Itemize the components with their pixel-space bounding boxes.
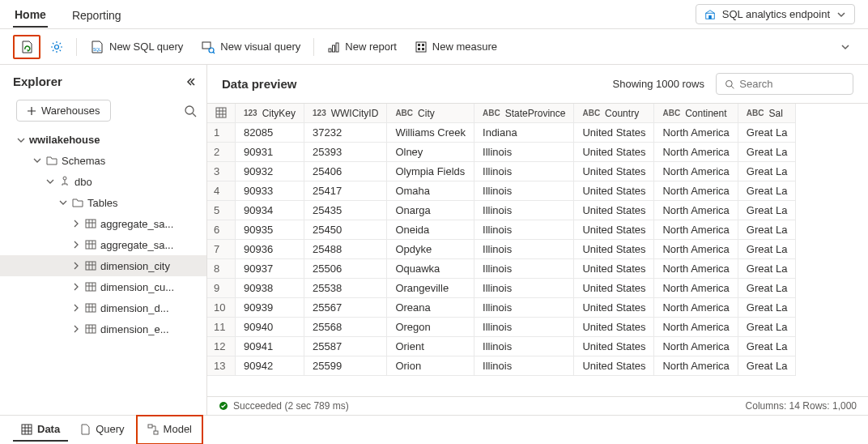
cell[interactable]: 90938 [236,278,304,297]
cell[interactable]: North America [654,220,738,239]
cell[interactable]: 25567 [304,297,387,317]
cell[interactable]: 90940 [236,317,304,336]
cell[interactable]: Oneida [387,220,474,239]
add-warehouse-button[interactable]: Warehouses [16,100,111,122]
new-sql-query-button[interactable]: SQL New SQL query [82,35,191,59]
cell[interactable]: North America [654,239,738,258]
cell[interactable]: Orion [387,356,474,375]
cell[interactable]: United States [574,200,654,220]
cell[interactable]: Great La [738,239,796,258]
cell[interactable]: 25435 [304,200,387,220]
cell[interactable]: Olney [387,142,474,161]
cell[interactable]: 90939 [236,297,304,317]
cell[interactable]: North America [654,181,738,200]
cell[interactable]: North America [654,356,738,375]
table-row[interactable]: 139094225599OrionIllinoisUnited StatesNo… [207,356,796,375]
cell[interactable]: Illinois [474,317,574,336]
column-header[interactable]: ABCSal [738,104,796,122]
new-measure-button[interactable]: New measure [406,36,505,58]
table-row[interactable]: 18208537232Williams CreekIndianaUnited S… [207,122,796,142]
cell[interactable]: North America [654,258,738,278]
cell[interactable]: United States [574,122,654,142]
cell[interactable]: 25568 [304,317,387,336]
cell[interactable]: United States [574,258,654,278]
cell[interactable]: Great La [738,258,796,278]
tree-table-item[interactable]: dimension_city [0,255,206,276]
cell[interactable]: Illinois [474,239,574,258]
cell[interactable]: 25538 [304,278,387,297]
cell[interactable]: United States [574,356,654,375]
data-grid[interactable]: 123CityKey123WWICityIDABCCityABCStatePro… [207,103,868,396]
cell[interactable]: 25406 [304,161,387,181]
refresh-button[interactable] [18,38,36,56]
cell[interactable]: United States [574,142,654,161]
cell[interactable]: North America [654,161,738,181]
cell[interactable]: Illinois [474,258,574,278]
cell[interactable]: United States [574,297,654,317]
cell[interactable]: Orangeville [387,278,474,297]
table-row[interactable]: 29093125393OlneyIllinoisUnited StatesNor… [207,142,796,161]
table-row[interactable]: 69093525450OneidaIllinoisUnited StatesNo… [207,220,796,239]
cell[interactable]: Great La [738,297,796,317]
cell[interactable]: Orient [387,336,474,356]
cell[interactable]: 25488 [304,239,387,258]
bottom-tab-data[interactable]: Data [13,418,68,442]
table-row[interactable]: 119094025568OregonIllinoisUnited StatesN… [207,317,796,336]
tree-dbo[interactable]: dbo [0,171,206,192]
cell[interactable]: 90937 [236,258,304,278]
cell[interactable]: North America [654,122,738,142]
new-report-button[interactable]: New report [319,36,405,58]
cell[interactable]: 25506 [304,258,387,278]
cell[interactable]: Illinois [474,336,574,356]
tree-schemas[interactable]: Schemas [0,150,206,171]
cell[interactable]: Omaha [387,181,474,200]
cell[interactable]: Indiana [474,122,574,142]
bottom-tab-query[interactable]: Query [71,418,132,442]
table-row[interactable]: 109093925567OreanaIllinoisUnited StatesN… [207,297,796,317]
toolbar-overflow[interactable] [836,37,855,57]
collapse-explorer[interactable] [185,76,197,88]
table-row[interactable]: 129094125587OrientIllinoisUnited StatesN… [207,336,796,356]
cell[interactable]: Great La [738,142,796,161]
cell[interactable]: 90936 [236,239,304,258]
cell[interactable]: 25417 [304,181,387,200]
cell[interactable]: 37232 [304,122,387,142]
cell[interactable]: 90932 [236,161,304,181]
cell[interactable]: North America [654,336,738,356]
cell[interactable]: Oquawka [387,258,474,278]
cell[interactable]: North America [654,142,738,161]
cell[interactable]: United States [574,317,654,336]
cell[interactable]: Illinois [474,297,574,317]
column-header[interactable]: ABCCountry [574,104,654,122]
cell[interactable]: Great La [738,317,796,336]
cell[interactable]: 90933 [236,181,304,200]
new-visual-query-button[interactable]: New visual query [193,35,308,59]
cell[interactable]: 25587 [304,336,387,356]
table-row[interactable]: 49093325417OmahaIllinoisUnited StatesNor… [207,181,796,200]
cell[interactable]: Opdyke [387,239,474,258]
explorer-search[interactable] [184,105,197,117]
cell[interactable]: Great La [738,181,796,200]
cell[interactable]: North America [654,297,738,317]
cell[interactable]: 82085 [236,122,304,142]
table-row[interactable]: 39093225406Olympia FieldsIllinoisUnited … [207,161,796,181]
table-row[interactable]: 99093825538OrangevilleIllinoisUnited Sta… [207,278,796,297]
cell[interactable]: North America [654,317,738,336]
cell[interactable]: Great La [738,336,796,356]
tree-root[interactable]: wwilakehouse [0,130,206,150]
cell[interactable]: Illinois [474,200,574,220]
cell[interactable]: Illinois [474,161,574,181]
cell[interactable]: 25599 [304,356,387,375]
cell[interactable]: United States [574,239,654,258]
cell[interactable]: North America [654,278,738,297]
tree-table-item[interactable]: dimension_e... [0,318,206,339]
cell[interactable]: Great La [738,278,796,297]
cell[interactable]: Great La [738,161,796,181]
tree-table-item[interactable]: dimension_d... [0,297,206,318]
cell[interactable]: 90935 [236,220,304,239]
cell[interactable]: United States [574,336,654,356]
cell[interactable]: Great La [738,220,796,239]
cell[interactable]: Great La [738,122,796,142]
tree-table-item[interactable]: dimension_cu... [0,276,206,297]
tab-home[interactable]: Home [13,2,48,28]
